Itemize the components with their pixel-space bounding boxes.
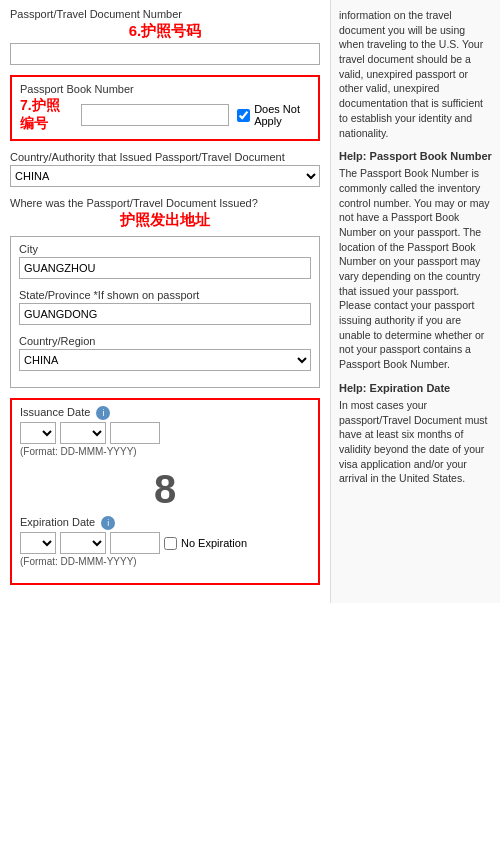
no-expiration-row: No Expiration [164,537,247,550]
help-passport-book: Help: Passport Book Number The Passport … [339,150,492,372]
passport-number-input[interactable] [10,43,320,65]
country-region-select[interactable]: CHINA [19,349,311,371]
country-authority-select[interactable]: CHINA [10,165,320,187]
top-help-text: information on the travel document you w… [339,8,492,140]
issuance-info-icon: i [96,406,110,420]
help-passport-book-body: The Passport Book Number is commonly cal… [339,166,492,372]
passport-book-section: Passport Book Number 7.护照编号 Does Not App… [10,75,320,141]
passport-number-group: Passport/Travel Document Number 6.护照号码 [10,8,320,65]
does-not-apply-row: Does Not Apply [237,103,310,127]
help-expiration-body: In most cases your passport/Travel Docum… [339,398,492,486]
passport-number-label: Passport/Travel Document Number [10,8,320,20]
expiration-month-select[interactable]: JANFEBMARAPRMAYJUNJULAUGSEPOCTNOVDEC [60,532,106,554]
issued-where-group: Where was the Passport/Travel Document I… [10,197,320,388]
expiration-date-row: 0102030405060708091011121314151617181920… [20,532,310,554]
expiration-info-icon: i [101,516,115,530]
expiration-format-hint: (Format: DD-MMM-YYYY) [20,556,310,567]
issuance-expiration-section: Issuance Date i 010203040506070809101112… [10,398,320,585]
city-input[interactable] [19,257,311,279]
issued-annotation: 护照发出地址 [10,211,320,230]
country-region-group: Country/Region CHINA [19,335,311,371]
issuance-format-hint: (Format: DD-MMM-YYYY) [20,446,310,457]
left-panel: Passport/Travel Document Number 6.护照号码 P… [0,0,330,603]
state-input[interactable] [19,303,311,325]
state-group: State/Province *If shown on passport [19,289,311,325]
issuance-label: Issuance Date i [20,406,310,420]
passport-book-annotation: 7.护照编号 [20,97,73,133]
help-passport-book-title: Help: Passport Book Number [339,150,492,162]
country-region-label: Country/Region [19,335,311,347]
help-expiration-title-text: Help: Expiration Date [339,382,450,394]
passport-number-annotation: 6.护照号码 [10,22,320,41]
does-not-apply-checkbox[interactable] [237,109,250,122]
expiration-label: Expiration Date i [20,516,310,530]
country-authority-label: Country/Authority that Issued Passport/T… [10,151,320,163]
city-group: City [19,243,311,279]
issuance-group: Issuance Date i 010203040506070809101112… [20,406,310,457]
issued-address-section: City State/Province *If shown on passpor… [10,236,320,388]
help-expiration-title: Help: Expiration Date [339,382,492,394]
help-expiration: Help: Expiration Date In most cases your… [339,382,492,486]
issued-where-label: Where was the Passport/Travel Document I… [10,197,320,209]
no-expiration-checkbox[interactable] [164,537,177,550]
expiration-day-select[interactable]: 0102030405060708091011121314151617181920… [20,532,56,554]
section-number-8: 8 [20,467,310,512]
issuance-date-row: 0102030405060708091011121314151617181920… [20,422,310,444]
expiration-year-input[interactable] [110,532,160,554]
country-authority-group: Country/Authority that Issued Passport/T… [10,151,320,187]
does-not-apply-label: Does Not Apply [254,103,310,127]
state-label: State/Province *If shown on passport [19,289,311,301]
issuance-year-input[interactable] [110,422,160,444]
passport-book-label: Passport Book Number [20,83,310,95]
expiration-group: Expiration Date i 0102030405060708091011… [20,516,310,567]
issuance-month-select[interactable]: JANFEBMARAPRMAYJUNJULAUGSEPOCTNOVDEC [60,422,106,444]
issuance-day-select[interactable]: 0102030405060708091011121314151617181920… [20,422,56,444]
passport-book-input[interactable] [81,104,229,126]
no-expiration-label: No Expiration [181,537,247,549]
help-passport-book-title-text: Help: Passport Book Number [339,150,492,162]
right-panel: information on the travel document you w… [330,0,500,603]
city-label: City [19,243,311,255]
